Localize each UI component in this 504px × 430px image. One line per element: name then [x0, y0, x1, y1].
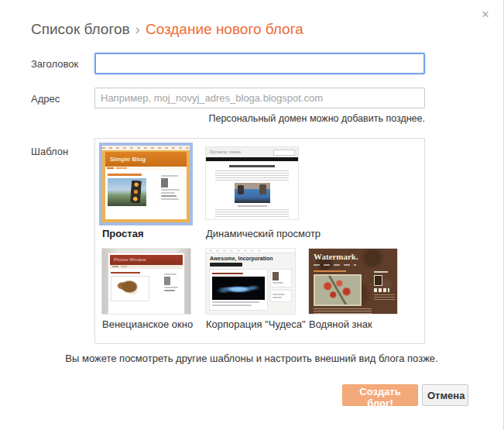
template-preview-dynamic-views: Dynamic views: [206, 147, 298, 219]
preview-blog-title: Watermark.: [309, 249, 397, 261]
template-name-awesome-inc: Корпорация "Чудеса": [206, 318, 306, 330]
preview-caption: [238, 205, 267, 207]
template-label: Шаблон: [31, 146, 68, 157]
preview-sidebar: [374, 270, 395, 314]
page-title: Создание нового блога: [146, 21, 303, 37]
template-name-picture-window: Венецианское окно: [102, 318, 193, 330]
address-input[interactable]: [94, 88, 425, 108]
template-thumb-dynamic-views[interactable]: Dynamic views: [206, 147, 298, 219]
address-hint: Персональный домен можно добавить поздне…: [94, 113, 425, 124]
preview-main-column: [314, 270, 372, 314]
breadcrumb-separator: ›: [135, 21, 140, 37]
preview-sidebar: [270, 269, 292, 311]
preview-article: [215, 165, 289, 217]
preview-text-lines: [215, 170, 289, 181]
preview-post-title: [229, 165, 275, 167]
preview-content: [209, 269, 292, 311]
breadcrumb-blog-list-link[interactable]: Список блогов: [31, 21, 130, 37]
close-icon[interactable]: ×: [480, 6, 491, 22]
preview-main-column: [108, 173, 159, 217]
preview-topbar: Dynamic views: [206, 147, 298, 157]
preview-photo-traffic-light: [108, 178, 146, 206]
create-blog-button[interactable]: Создать блог!: [342, 384, 418, 406]
preview-photo-flowers: [314, 274, 362, 306]
title-input[interactable]: [94, 53, 425, 74]
preview-content: [105, 170, 187, 219]
preview-photo-car: [235, 183, 270, 203]
preview-main-column: [111, 271, 162, 301]
templates-note: Вы можете посмотреть другие шаблоны и на…: [0, 353, 503, 364]
preview-search-box: [273, 150, 295, 156]
template-preview-watermark: Watermark.: [309, 249, 397, 314]
preview-blog-title: Picture Window: [110, 255, 183, 265]
preview-navbar: [206, 157, 298, 161]
address-label: Адрес: [31, 93, 60, 105]
template-preview-simple: Simple Blog: [102, 146, 190, 222]
preview-photo-waveform: [212, 277, 265, 300]
template-preview-picture-window: Picture Window: [102, 249, 190, 314]
preview-post-title: [212, 273, 243, 274]
preview-navbar: [102, 146, 190, 150]
preview-page: Picture Window: [108, 253, 184, 314]
cancel-button[interactable]: Отмена: [422, 384, 468, 406]
preview-blog-title: Awesome, Incorporation: [206, 253, 295, 263]
preview-content: [108, 269, 184, 304]
create-blog-dialog: Список блогов›Создание нового блога × За…: [0, 0, 504, 430]
preview-text-lines: [374, 294, 395, 301]
preview-tabs: [210, 263, 242, 267]
preview-follower-icons: [374, 288, 389, 292]
preview-text-lines: [215, 209, 289, 217]
preview-blog-title: Simple Blog: [105, 152, 187, 167]
preview-tabs: [314, 264, 356, 266]
template-name-simple: Простая: [102, 228, 143, 239]
template-name-watermark: Водяной знак: [309, 318, 372, 330]
template-thumb-picture-window[interactable]: Picture Window: [102, 249, 190, 314]
template-thumb-awesome-inc[interactable]: Awesome, Incorporation: [206, 249, 295, 314]
preview-post-title: [314, 270, 346, 272]
template-preview-awesome-inc: Awesome, Incorporation: [206, 249, 295, 314]
preview-photo-dog: [111, 276, 149, 301]
preview-content: [309, 268, 397, 314]
template-thumb-simple[interactable]: Simple Blog: [99, 143, 193, 225]
preview-post-title: [108, 174, 142, 176]
traffic-light-shape: [130, 181, 142, 204]
preview-profile-photo: [374, 275, 382, 286]
preview-text-lines: [314, 308, 372, 314]
template-thumb-watermark[interactable]: Watermark.: [309, 249, 397, 314]
template-picker: Simple Blog: [94, 138, 425, 344]
breadcrumb: Список блогов›Создание нового блога: [31, 21, 303, 38]
template-name-dynamic-views: Динамический просмотр: [206, 228, 321, 239]
preview-main-column: [209, 269, 268, 311]
preview-post-title: [111, 272, 140, 273]
preview-sidebar: [164, 271, 182, 301]
preview-sidebar: [161, 173, 184, 217]
title-label: Заголовок: [31, 58, 78, 70]
